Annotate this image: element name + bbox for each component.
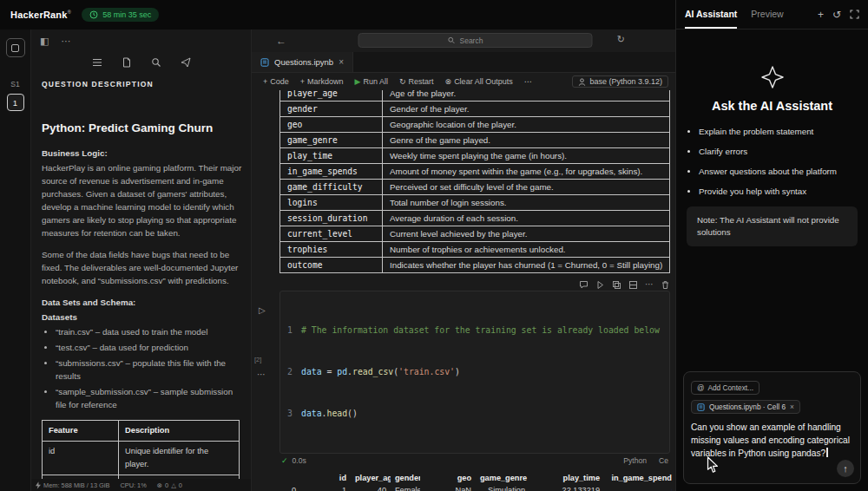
context-chip[interactable]: Questions.ipynb · Cell 6 × — [691, 400, 800, 414]
schema-row: session_duration Average duration of eac… — [280, 211, 670, 226]
errors-count: 0 — [165, 481, 168, 489]
add-markdown-button[interactable]: +Markdown — [296, 75, 348, 88]
notebook-content[interactable]: player_age Age of the player. gender Gen… — [252, 90, 675, 491]
feature-table-header: Feature — [43, 421, 119, 442]
success-check-icon: ✓ — [281, 456, 288, 465]
ai-capabilities-list: Explain the problem statementClarify err… — [699, 127, 868, 196]
toolbar-more-icon[interactable]: ⋯ — [520, 75, 536, 88]
ai-capability-item: Clarify errors — [699, 147, 868, 156]
run-cell-gutter-button[interactable]: ▷ — [259, 305, 266, 315]
comment-icon[interactable] — [579, 280, 589, 290]
schema-feature-cell: in_game_spends — [280, 164, 383, 180]
dataset-list: “train.csv” – data used to train the mod… — [56, 325, 242, 411]
cell-label-truncated: Ce — [659, 456, 668, 465]
ai-assistant-logo-icon — [760, 64, 786, 90]
schema-description-cell: Amount of money spent within the game (e… — [383, 164, 670, 180]
memory-usage: Mem: 588 MiB / 13 GiB — [43, 481, 109, 489]
restart-button[interactable]: ↻Restart — [395, 75, 438, 88]
dataset-list-item: “train.csv” – data used to train the mod… — [56, 325, 242, 338]
back-icon[interactable]: ← — [276, 35, 286, 47]
ai-capability-item: Explain the problem statement — [699, 127, 868, 136]
warnings-count: 0 — [179, 481, 182, 489]
search-input[interactable] — [460, 36, 503, 45]
code-cell-editor[interactable]: 1# The information dataset for the train… — [279, 291, 670, 454]
kernel-label: base (Python 3.9.12) — [589, 77, 662, 86]
schema-feature-cell: trophies — [280, 242, 383, 258]
schema-description-cell: Average duration of each session. — [383, 211, 670, 226]
cell-language-label[interactable]: Python — [623, 456, 647, 465]
schema-feature-cell: play_time — [280, 148, 383, 164]
questions-list-icon[interactable] — [6, 38, 25, 57]
tab-ai-assistant[interactable]: AI Assistant — [685, 0, 737, 29]
expand-icon[interactable] — [850, 10, 859, 19]
output-more-icon[interactable]: ⋯ — [257, 370, 266, 379]
send-feedback-icon[interactable] — [181, 57, 191, 68]
dataframe-header-cell: player_age — [351, 472, 391, 484]
schema-feature-cell: current_level — [280, 226, 383, 242]
kernel-picker[interactable]: base (Python 3.9.12) — [572, 75, 668, 88]
schema-description-cell: Geographic location of the player. — [383, 117, 670, 133]
context-chip-close-icon[interactable]: × — [790, 403, 794, 411]
schema-description-cell: Total number of login sessions. — [383, 195, 670, 211]
panel-more-icon[interactable]: ⋯ — [61, 36, 70, 47]
refresh-icon[interactable]: ↻ — [617, 34, 625, 45]
kernel-icon — [578, 78, 586, 86]
question-panel: ◧ ⋯ QUESTION DESCRIPTION Python: Predict… — [31, 29, 252, 491]
schema-feature-cell: logins — [280, 195, 383, 211]
hackerrank-logo: HackerRank® — [10, 10, 71, 20]
collapse-panel-icon[interactable]: ◧ — [40, 36, 49, 47]
schema-feature-cell: gender — [280, 101, 383, 117]
feature-name-cell: id — [43, 442, 119, 475]
feature-table: Feature Description id Unique identifier… — [42, 420, 240, 479]
search-icon[interactable] — [151, 57, 161, 68]
document-icon[interactable] — [122, 57, 132, 68]
cell-toolbar: ⋯ — [279, 278, 670, 291]
send-button[interactable]: ↑ — [837, 460, 854, 477]
clear-outputs-button[interactable]: ⊗Clear All Outputs — [441, 75, 517, 88]
add-code-button[interactable]: +Code — [259, 75, 293, 88]
notebook-icon — [697, 403, 705, 411]
df-game-genre: Simulation — [476, 484, 529, 491]
question-number-button[interactable]: 1 — [7, 94, 24, 111]
ai-assistant-heading: Ask the AI Assistant — [676, 99, 868, 113]
global-search[interactable] — [358, 33, 593, 48]
execution-status-row: ✓ 0.0s Python Ce — [279, 454, 670, 468]
dataset-list-item: “test.csv” – data used for prediction — [56, 341, 242, 354]
run-cell-icon[interactable] — [595, 280, 605, 290]
schema-row: outcome Indicates whether the player has… — [280, 258, 670, 273]
split-cell-icon[interactable] — [628, 280, 638, 290]
schema-description-cell: Weekly time spent playing the game (in h… — [383, 148, 670, 164]
ai-capability-item: Provide you help with syntax — [699, 187, 868, 196]
question-description-header: QUESTION DESCRIPTION — [31, 73, 251, 88]
ai-capability-item: Answer questions about the platform — [699, 167, 868, 176]
run-all-button[interactable]: ▶Run All — [351, 75, 392, 88]
feature-table-header: Description — [119, 421, 240, 442]
outline-menu-icon[interactable] — [92, 57, 102, 68]
new-chat-icon[interactable]: + — [818, 9, 824, 21]
schema-feature-cell: outcome — [280, 258, 383, 273]
add-context-button[interactable]: @ Add Context... — [691, 381, 760, 395]
schema-description-cell: Gender of the player. — [383, 101, 670, 117]
copy-icon[interactable] — [612, 280, 621, 290]
tab-questions-ipynb[interactable]: Questions.ipynb × — [252, 52, 353, 72]
df-geo: NaN — [420, 484, 476, 491]
tab-preview[interactable]: Preview — [751, 0, 783, 29]
cell-more-icon[interactable]: ⋯ — [645, 280, 654, 289]
execution-duration: 0.0s — [293, 456, 306, 465]
tab-close-icon[interactable]: × — [339, 57, 344, 67]
schema-description-cell: Number of trophies or achievements unloc… — [383, 242, 670, 258]
dataframe-header-cell — [279, 472, 300, 484]
schema-description-cell: Indicates whether the player has churned… — [383, 258, 670, 273]
delete-cell-icon[interactable] — [661, 280, 670, 290]
timer-badge: 58 min 35 sec — [82, 8, 159, 22]
question-title: Python: Predict Gaming Churn — [42, 121, 242, 134]
schema-row: in_game_spends Amount of money spent wit… — [280, 164, 670, 180]
chat-input[interactable]: Can you show an example of handling miss… — [691, 421, 856, 460]
dataframe-output: idplayer_agegendergeogame_genreplay_time… — [279, 468, 672, 491]
history-icon[interactable]: ↺ — [832, 9, 841, 21]
deliverables-paragraph: Some of the data fields have bugs that n… — [42, 248, 242, 287]
right-tab-bar: AI Assistant Preview + ↺ — [676, 0, 868, 29]
notebook-nav: ← ↻ — [252, 29, 675, 52]
business-logic-label: Business Logic: — [42, 147, 242, 160]
power-icon — [36, 481, 41, 489]
